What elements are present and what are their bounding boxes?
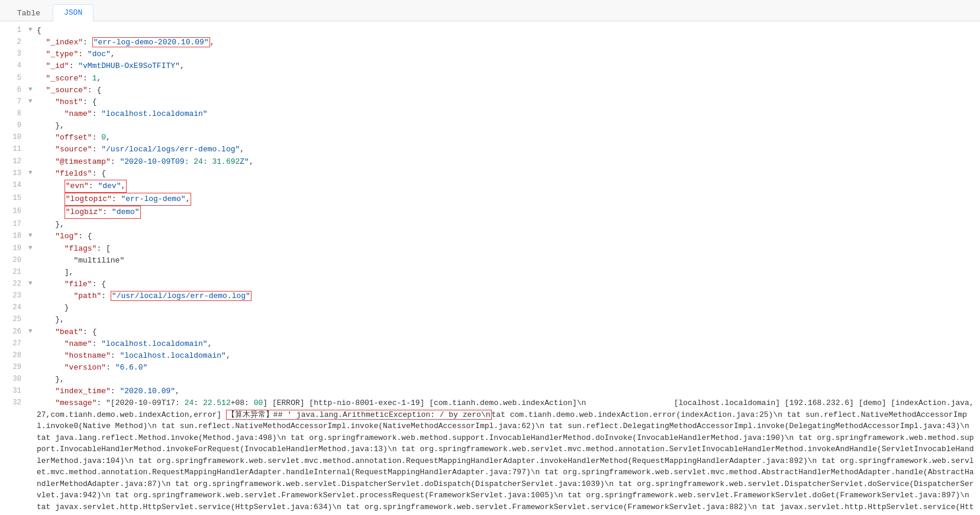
line-content: }, bbox=[37, 219, 975, 231]
line-number: 13 bbox=[5, 168, 21, 179]
line-toggle bbox=[28, 206, 34, 216]
line-number: 5 bbox=[5, 73, 21, 84]
json-line: 9 }, bbox=[0, 120, 980, 132]
json-line: 18▼ "log": { bbox=[0, 231, 980, 242]
line-toggle bbox=[28, 255, 34, 265]
line-number: 24 bbox=[5, 302, 21, 313]
line-number: 2 bbox=[5, 37, 21, 48]
line-content: "name": "localhost.localdomain" bbox=[37, 108, 975, 120]
line-number: 17 bbox=[5, 219, 21, 230]
line-content: "_source": { bbox=[37, 85, 975, 96]
line-toggle bbox=[28, 338, 34, 348]
json-line: 11 "source": "/usr/local/logs/err-demo.l… bbox=[0, 144, 980, 156]
json-line: 16 "logbiz": "demo" bbox=[0, 206, 980, 219]
line-number: 19 bbox=[5, 243, 21, 254]
line-toggle bbox=[28, 267, 34, 277]
message-content: "message": "[2020-10-09T17: 24: 22.512+0… bbox=[37, 397, 975, 511]
tab-table[interactable]: Table bbox=[6, 5, 51, 21]
line-content: "multiline" bbox=[37, 255, 975, 267]
line-number: 25 bbox=[5, 314, 21, 325]
json-line: 12 "@timestamp": "2020-10-09T09: 24: 31.… bbox=[0, 156, 980, 168]
line-toggle[interactable]: ▼ bbox=[28, 85, 34, 95]
json-container: 1▼{2 "_index": "err-log-demo-2020.10.09"… bbox=[0, 21, 980, 511]
line-number: 4 bbox=[5, 60, 21, 72]
line-content: "name": "localhost.localdomain", bbox=[37, 338, 975, 350]
line-content: }, bbox=[37, 314, 975, 326]
json-line: 15 "logtopic": "err-log-demo", bbox=[0, 193, 980, 206]
line-toggle bbox=[28, 120, 34, 130]
line-toggle[interactable]: ▼ bbox=[28, 96, 34, 106]
line-number: 23 bbox=[5, 290, 21, 302]
line-toggle bbox=[28, 314, 34, 324]
json-line: 21 ], bbox=[0, 267, 980, 278]
json-line: 6▼ "_source": { bbox=[0, 85, 980, 96]
line-content: "logbiz": "demo" bbox=[37, 206, 975, 219]
line-number: 32 bbox=[5, 397, 21, 409]
line-toggle bbox=[28, 290, 34, 300]
json-line: 29 "version": "6.6.0" bbox=[0, 362, 980, 374]
line-content: "source": "/usr/local/logs/err-demo.log"… bbox=[37, 144, 975, 156]
line-toggle bbox=[28, 60, 34, 70]
json-line: 1▼{ bbox=[0, 25, 980, 37]
line-content: "fields": { bbox=[37, 168, 975, 180]
json-line: 24 } bbox=[0, 302, 980, 314]
json-line: 4 "_id": "vMmtDHUB-OxE9SoTFITY", bbox=[0, 60, 980, 72]
json-line: 28 "hostname": "localhost.localdomain", bbox=[0, 350, 980, 362]
line-content: "evn": "dev", bbox=[37, 180, 975, 193]
line-number: 29 bbox=[5, 362, 21, 373]
line-content: "offset": 0, bbox=[37, 132, 975, 144]
json-line: 25 }, bbox=[0, 314, 980, 326]
line-toggle bbox=[28, 108, 34, 118]
line-number: 6 bbox=[5, 85, 21, 96]
line-content: "version": "6.6.0" bbox=[37, 362, 975, 374]
json-line: 23 "path": "/usr/local/logs/err-demo.log… bbox=[0, 290, 980, 302]
line-number: 21 bbox=[5, 267, 21, 278]
line-content: "_type": "doc", bbox=[37, 48, 975, 60]
line-content: { bbox=[37, 25, 975, 37]
line-number: 8 bbox=[5, 108, 21, 119]
line-toggle[interactable]: ▼ bbox=[28, 326, 34, 336]
json-line: 22▼ "file": { bbox=[0, 278, 980, 290]
line-number: 22 bbox=[5, 278, 21, 290]
line-number: 27 bbox=[5, 338, 21, 349]
line-number: 3 bbox=[5, 48, 21, 60]
line-content: "@timestamp": "2020-10-09T09: 24: 31.692… bbox=[37, 156, 975, 168]
line-number: 10 bbox=[5, 132, 21, 143]
line-content: "_id": "vMmtDHUB-OxE9SoTFITY", bbox=[37, 60, 975, 72]
line-content: "log": { bbox=[37, 231, 975, 242]
line-content: }, bbox=[37, 374, 975, 386]
line-toggle[interactable]: ▼ bbox=[28, 243, 34, 253]
line-toggle bbox=[28, 219, 34, 229]
json-line: 3 "_type": "doc", bbox=[0, 48, 980, 60]
tabs-bar: Table JSON bbox=[0, 0, 980, 21]
line-toggle[interactable]: ▼ bbox=[28, 168, 34, 178]
line-toggle bbox=[28, 302, 34, 312]
line-content: "beat": { bbox=[37, 326, 975, 338]
line-content: "_score": 1, bbox=[37, 73, 975, 85]
line-number: 26 bbox=[5, 326, 21, 338]
line-number: 20 bbox=[5, 255, 21, 266]
line-toggle bbox=[28, 73, 34, 83]
json-line: 14 "evn": "dev", bbox=[0, 180, 980, 193]
line-toggle bbox=[28, 386, 34, 396]
json-line: 20 "multiline" bbox=[0, 255, 980, 267]
line-toggle bbox=[28, 37, 34, 47]
json-line: 26▼ "beat": { bbox=[0, 326, 980, 338]
line-content: "hostname": "localhost.localdomain", bbox=[37, 350, 975, 362]
tab-json[interactable]: JSON bbox=[53, 4, 94, 21]
line-content: "logtopic": "err-log-demo", bbox=[37, 193, 975, 206]
line-number: 11 bbox=[5, 144, 21, 155]
json-line: 10 "offset": 0, bbox=[0, 132, 980, 144]
line-toggle[interactable]: ▼ bbox=[28, 278, 34, 289]
line-number: 1 bbox=[5, 25, 21, 36]
json-line: 2 "_index": "err-log-demo-2020.10.09", bbox=[0, 37, 980, 48]
line-number: 15 bbox=[5, 193, 21, 204]
line-toggle[interactable]: ▼ bbox=[28, 25, 34, 35]
line-toggle[interactable]: ▼ bbox=[28, 231, 34, 241]
line-toggle bbox=[28, 193, 34, 203]
line-toggle bbox=[28, 362, 34, 372]
line-number: 31 bbox=[5, 386, 21, 397]
json-line: 17 }, bbox=[0, 219, 980, 231]
line-number: 16 bbox=[5, 206, 21, 217]
line-content: "_index": "err-log-demo-2020.10.09", bbox=[37, 37, 975, 48]
